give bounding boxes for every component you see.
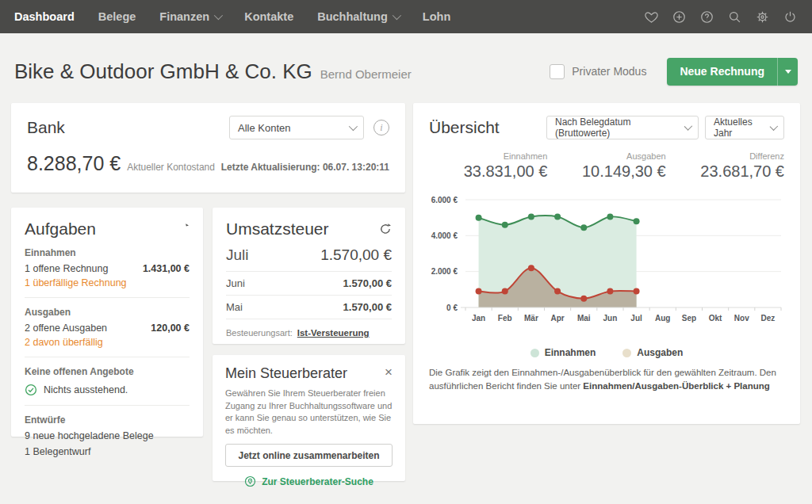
private-mode-checkbox[interactable] — [550, 64, 565, 79]
tasks-expenses-label: Ausgaben — [25, 307, 190, 318]
gear-icon[interactable] — [754, 9, 770, 25]
svg-text:Sep: Sep — [682, 314, 696, 323]
task-overdue-invoice[interactable]: 1 überfällige Rechnung — [25, 277, 190, 288]
task-text: 2 offene Ausgaben — [25, 323, 107, 334]
bank-card: Bank Alle Konten i 8.288,70 € Aktueller … — [11, 103, 405, 193]
period-value: Aktuelles Jahr — [714, 116, 762, 139]
chart-legend: EinnahmenAusgaben — [429, 347, 784, 358]
task-overdue-expenses[interactable]: 2 davon überfällig — [25, 337, 190, 348]
header-actions: Privater Modus Neue Rechnung — [550, 58, 798, 86]
tax-type-link[interactable]: Ist-Versteuerung — [297, 328, 370, 338]
nav-item-lohn[interactable]: Lohn — [423, 10, 450, 23]
refresh-icon[interactable] — [379, 223, 392, 235]
svg-text:Okt: Okt — [709, 314, 722, 323]
private-mode-label: Privater Modus — [572, 65, 646, 78]
tasks-card: Aufgaben Einnahmen 1 offene Rechnung 1.4… — [11, 208, 203, 437]
legend-item[interactable]: Ausgaben — [622, 347, 683, 358]
nav-label: Finanzen — [159, 10, 209, 23]
chevron-down-icon — [349, 122, 358, 131]
nothing-pending-text: Nichts ausstehend. — [44, 384, 128, 395]
close-icon[interactable]: × — [385, 365, 393, 379]
vat-row-current: Juli 1.570,00 € — [226, 239, 392, 272]
value-mode-value: Nach Belegdatum (Bruttowerte) — [555, 116, 676, 139]
vat-row: Mai 1.570,00 € — [226, 296, 392, 319]
stat-einnahmen: Einnahmen 33.831,00 € — [429, 151, 547, 181]
nav-item-belege[interactable]: Belege — [98, 10, 136, 23]
value-mode-select[interactable]: Nach Belegdatum (Bruttowerte) — [546, 116, 699, 139]
nav-item-buchhaltung[interactable]: Buchhaltung — [317, 10, 399, 23]
svg-text:Dez: Dez — [761, 314, 776, 323]
footnote-link[interactable]: Einnahmen/Ausgaben-Überblick + Planung — [583, 381, 769, 391]
new-invoice-split-button: Neue Rechnung — [667, 58, 798, 86]
tasks-income-label: Einnahmen — [25, 247, 190, 258]
bank-balance: 8.288,70 € — [27, 152, 121, 175]
vat-amount: 1.570,00 € — [343, 301, 392, 313]
collaborate-online-button[interactable]: Jetzt online zusammenarbeiten — [225, 444, 393, 467]
private-mode-toggle[interactable]: Privater Modus — [550, 64, 646, 79]
tasks-no-offers-label: Keine offenen Angebote — [25, 366, 190, 377]
stat-label: Einnahmen — [429, 151, 547, 161]
power-icon[interactable] — [782, 9, 798, 25]
task-row-open-invoice[interactable]: 1 offene Rechnung 1.431,00 € — [25, 263, 190, 274]
nav-label: Buchhaltung — [317, 10, 388, 23]
heart-icon[interactable] — [643, 9, 659, 25]
overview-card: Übersicht Nach Belegdatum (Bruttowerte) … — [413, 103, 800, 424]
stat-label: Differenz — [666, 151, 784, 161]
nothing-pending-row: Nichts ausstehend. — [25, 384, 190, 396]
stat-value: 33.831,00 € — [429, 162, 547, 181]
svg-text:Nov: Nov — [734, 314, 749, 323]
vat-amount: 1.570,00 € — [343, 277, 392, 289]
chart-footnote: Die Grafik zeigt den Einnahmen-/Ausgaben… — [429, 366, 784, 392]
draft-line-uploaded[interactable]: 9 neue hochgeladene Belege — [25, 430, 190, 441]
period-select[interactable]: Aktuelles Jahr — [705, 116, 784, 139]
info-icon[interactable]: i — [373, 120, 389, 136]
draft-line-voucher[interactable]: 1 Belegentwurf — [25, 446, 190, 457]
new-invoice-button[interactable]: Neue Rechnung — [667, 58, 777, 86]
advisor-search-link[interactable]: Zur Steuerberater-Suche — [225, 475, 393, 487]
svg-text:Jun: Jun — [603, 314, 618, 323]
caret-down-icon — [785, 70, 791, 74]
plus-circle-icon[interactable] — [671, 9, 687, 25]
nav-item-dashboard[interactable]: Dashboard — [14, 10, 75, 23]
legend-label: Ausgaben — [637, 347, 683, 358]
svg-text:Jul: Jul — [630, 314, 642, 323]
nav-label: Lohn — [423, 10, 450, 23]
tasks-drafts-label: Entwürfe — [25, 414, 190, 426]
search-icon[interactable] — [726, 9, 742, 25]
overview-card-title: Übersicht — [429, 118, 500, 137]
help-circle-icon[interactable] — [699, 9, 714, 25]
advisor-search-link-label: Zur Steuerberater-Suche — [262, 476, 373, 487]
refresh-icon[interactable] — [177, 223, 190, 235]
svg-text:Apr: Apr — [550, 314, 564, 323]
chevron-down-icon — [214, 11, 223, 20]
nav-item-kontakte[interactable]: Kontakte — [244, 10, 293, 23]
pin-circle-icon — [244, 475, 256, 487]
svg-text:Feb: Feb — [498, 314, 512, 323]
task-row-open-expenses[interactable]: 2 offene Ausgaben 120,00 € — [25, 323, 190, 334]
top-navigation: Dashboard Belege Finanzen Kontakte Buchh… — [0, 0, 812, 33]
stat-ausgaben: Ausgaben 10.149,30 € — [547, 151, 665, 181]
svg-text:0 €: 0 € — [446, 304, 458, 312]
nav-item-finanzen[interactable]: Finanzen — [159, 10, 220, 23]
chevron-down-icon — [770, 122, 778, 130]
task-text: 1 offene Rechnung — [25, 263, 108, 274]
vat-card: Umsatzsteuer Juli 1.570,00 € Juni 1.570,… — [213, 208, 405, 344]
stat-value: 23.681,70 € — [666, 162, 784, 181]
vat-row: Juni 1.570,00 € — [226, 272, 392, 296]
nav-label: Belege — [98, 10, 136, 23]
svg-text:4.000 €: 4.000 € — [431, 231, 458, 240]
legend-item[interactable]: Einnahmen — [530, 347, 596, 358]
advisor-card: Mein Steuerberater × Gewähren Sie Ihrem … — [213, 355, 405, 481]
task-amount: 120,00 € — [151, 323, 190, 334]
bank-last-update: Letzte Aktualisierung: 06.07. 13:20:11 — [221, 162, 389, 173]
account-filter-select[interactable]: Alle Konten — [229, 116, 364, 139]
new-invoice-dropdown-button[interactable] — [777, 58, 798, 86]
vat-amount: 1.570,00 € — [320, 246, 392, 264]
stat-value: 10.149,30 € — [547, 162, 665, 181]
vat-month: Juli — [226, 246, 249, 264]
title-wrap: Bike & Outdoor GmbH & Co. KG Bernd Oberm… — [14, 59, 412, 84]
svg-text:6.000 €: 6.000 € — [431, 196, 458, 204]
divider — [25, 297, 190, 298]
stat-label: Ausgaben — [547, 151, 665, 161]
user-name: Bernd Obermeier — [320, 67, 412, 81]
